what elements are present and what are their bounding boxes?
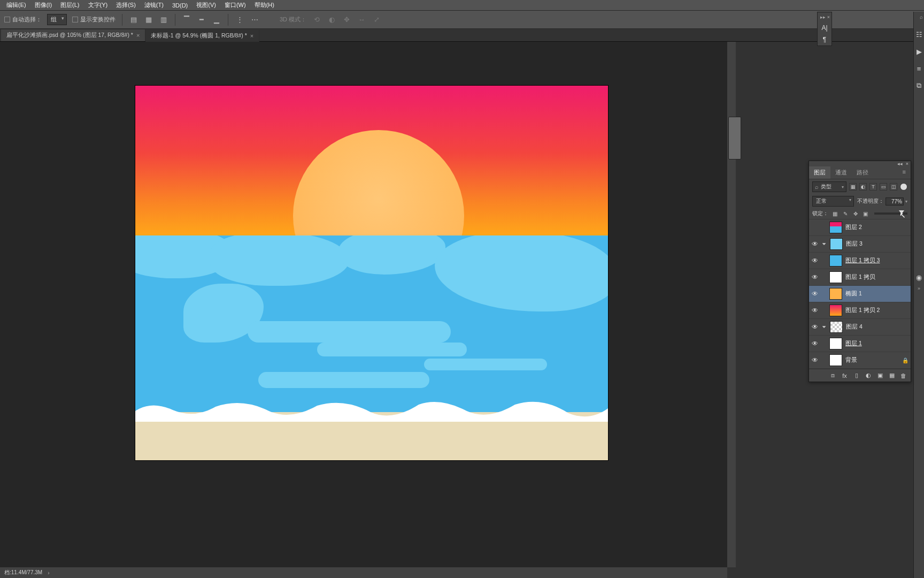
- menu-layer[interactable]: 图层(L): [56, 1, 83, 9]
- layer-name[interactable]: 图层 1: [845, 340, 908, 347]
- show-transform-checkbox[interactable]: 显示变换控件: [72, 16, 116, 24]
- paragraph-icon[interactable]: ¶: [823, 36, 826, 43]
- libraries-panel-icon[interactable]: ⧉: [915, 81, 923, 90]
- layer-thumbnail[interactable]: [829, 305, 842, 316]
- collapse-icon[interactable]: ▸▸: [820, 14, 826, 20]
- link-layers-icon[interactable]: ⧈: [829, 371, 837, 379]
- new-layer-icon[interactable]: ▦: [888, 371, 896, 379]
- layer-thumbnail[interactable]: [829, 222, 842, 233]
- layer-row[interactable]: 👁图层 1 拷贝: [809, 269, 911, 286]
- visibility-toggle-icon[interactable]: 👁: [811, 307, 819, 314]
- 3d-roll-icon[interactable]: ◐: [327, 15, 336, 25]
- layer-row[interactable]: 👁背景🔒: [809, 352, 911, 369]
- canvas-area[interactable]: [0, 42, 727, 567]
- align-right-icon[interactable]: ▥: [159, 15, 168, 25]
- vertical-scrollbar[interactable]: [727, 42, 736, 567]
- menu-edit[interactable]: 编辑(E): [2, 1, 30, 9]
- menu-select[interactable]: 选择(S): [112, 1, 140, 9]
- history-panel-icon[interactable]: ☷: [915, 30, 923, 39]
- filter-adjust-icon[interactable]: ◐: [859, 183, 867, 191]
- search-icon[interactable]: ⌕: [920, 14, 923, 20]
- document-tab[interactable]: 未标题-1 @ 54.9% (椭圆 1, RGB/8#) *×: [145, 30, 259, 42]
- tab-layers[interactable]: 图层: [809, 166, 830, 179]
- layer-row[interactable]: 图层 2: [809, 219, 911, 236]
- visibility-toggle-icon[interactable]: 👁: [811, 257, 819, 264]
- visibility-toggle-icon[interactable]: 👁: [811, 356, 819, 364]
- lock-transparency-icon[interactable]: ▦: [831, 210, 838, 217]
- status-arrow-icon[interactable]: ›: [48, 570, 49, 576]
- layer-filter-type[interactable]: 类型▾: [812, 181, 846, 192]
- close-tab-icon[interactable]: ×: [250, 33, 253, 39]
- layer-thumbnail[interactable]: [829, 255, 842, 267]
- lock-position-icon[interactable]: ✥: [852, 210, 859, 217]
- align-bottom-icon[interactable]: ▁: [212, 15, 221, 25]
- tab-channels[interactable]: 通道: [830, 166, 852, 179]
- layer-name[interactable]: 图层 4: [846, 323, 908, 331]
- menu-filter[interactable]: 滤镜(T): [140, 1, 168, 9]
- visibility-toggle-icon[interactable]: 👁: [811, 273, 819, 281]
- layer-row[interactable]: 👁图层 1 拷贝 3: [809, 253, 911, 269]
- auto-select-target[interactable]: 组: [47, 14, 67, 25]
- filter-type-icon[interactable]: T: [869, 183, 877, 191]
- properties-panel-icon[interactable]: ▶: [915, 47, 923, 56]
- filter-toggle-icon[interactable]: [900, 183, 907, 191]
- layer-row[interactable]: 👁⏷图层 3: [809, 236, 911, 253]
- layer-name[interactable]: 图层 1 拷贝 2: [845, 307, 908, 314]
- color-wheel-icon[interactable]: ◉: [915, 273, 923, 282]
- collapse-panel-icon[interactable]: ◂◂: [897, 161, 903, 166]
- align-top-icon[interactable]: ▔: [182, 15, 191, 25]
- layer-name[interactable]: 图层 1 拷贝 3: [845, 257, 908, 264]
- 3d-pan-icon[interactable]: ✥: [342, 15, 351, 25]
- menu-type[interactable]: 文字(Y): [84, 1, 112, 9]
- layer-thumbnail[interactable]: [829, 271, 842, 283]
- artboard[interactable]: [135, 86, 608, 460]
- visibility-toggle-icon[interactable]: 👁: [811, 323, 819, 331]
- scrollbar-thumb[interactable]: [728, 117, 741, 159]
- new-group-icon[interactable]: ▣: [876, 371, 884, 379]
- fill-slider[interactable]: [874, 212, 907, 215]
- layer-name[interactable]: 背景: [845, 356, 899, 364]
- 3d-orbit-icon[interactable]: ⟲: [312, 15, 321, 25]
- lock-pixels-icon[interactable]: ✎: [842, 210, 849, 217]
- visibility-toggle-icon[interactable]: 👁: [811, 290, 819, 298]
- visibility-toggle-icon[interactable]: 👁: [811, 340, 819, 347]
- character-panel-collapsed[interactable]: ▸▸× A| ¶: [817, 12, 832, 46]
- layer-row[interactable]: 👁⏷图层 4: [809, 319, 911, 336]
- close-panel-icon[interactable]: ×: [906, 161, 908, 166]
- layer-thumbnail[interactable]: [829, 288, 842, 300]
- menu-help[interactable]: 帮助(H): [250, 1, 279, 9]
- adjustment-layer-icon[interactable]: ◐: [864, 371, 872, 379]
- filter-shape-icon[interactable]: ▭: [880, 183, 887, 191]
- align-center-v-icon[interactable]: ━: [197, 15, 206, 25]
- opacity-label[interactable]: 不透明度：: [857, 197, 884, 205]
- character-icon[interactable]: A|: [821, 24, 827, 32]
- blend-mode-select[interactable]: 正常: [812, 196, 854, 207]
- 3d-zoom-icon[interactable]: ⤢: [372, 15, 381, 25]
- close-icon[interactable]: ×: [827, 14, 830, 20]
- tab-paths[interactable]: 路径: [852, 166, 873, 179]
- layer-fx-icon[interactable]: fx: [841, 371, 849, 379]
- layer-name[interactable]: 椭圆 1: [845, 290, 908, 298]
- menu-3d[interactable]: 3D(D): [168, 2, 192, 9]
- align-center-h-icon[interactable]: ▦: [144, 15, 153, 25]
- menu-window[interactable]: 窗口(W): [220, 1, 250, 9]
- more-options-icon[interactable]: ⋯: [250, 15, 259, 25]
- delete-layer-icon[interactable]: 🗑: [899, 371, 907, 379]
- document-tab[interactable]: 扁平化沙滩插画.psd @ 105% (图层 17, RGB/8#) *×: [1, 29, 145, 41]
- panel-menu-icon[interactable]: ≡: [898, 166, 911, 179]
- layer-name[interactable]: 图层 1 拷贝: [845, 273, 908, 281]
- layer-thumbnail[interactable]: [830, 238, 843, 250]
- layer-thumbnail[interactable]: [829, 354, 842, 366]
- menu-view[interactable]: 视图(V): [192, 1, 220, 9]
- lock-artboard-icon[interactable]: ▣: [862, 210, 869, 217]
- filter-pixel-icon[interactable]: ▦: [849, 183, 857, 191]
- layer-name[interactable]: 图层 3: [846, 240, 908, 248]
- layer-row[interactable]: 👁椭圆 1: [809, 286, 911, 302]
- align-left-icon[interactable]: ▤: [129, 15, 138, 25]
- layer-row[interactable]: 👁图层 1 拷贝 2: [809, 302, 911, 319]
- filter-smart-icon[interactable]: ◫: [890, 183, 897, 191]
- menu-image[interactable]: 图像(I): [30, 1, 56, 9]
- 3d-slide-icon[interactable]: ↔: [357, 15, 366, 25]
- layer-name[interactable]: 图层 2: [845, 224, 908, 231]
- adjustments-panel-icon[interactable]: ≡: [915, 64, 923, 73]
